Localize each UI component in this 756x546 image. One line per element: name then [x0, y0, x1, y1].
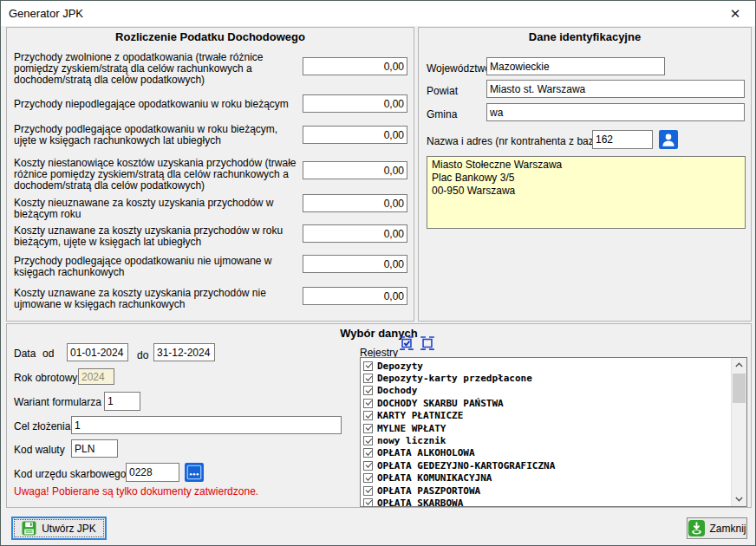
fiscal-year-label: Rok obrotowy: [14, 372, 77, 384]
currency-input[interactable]: [71, 439, 118, 458]
tax-amount-input[interactable]: [303, 94, 407, 113]
register-item[interactable]: Depozyty: [361, 360, 746, 372]
tax-office-browse-button[interactable]: [185, 463, 204, 482]
register-label: DOCHODY SKARBU PAŃSTWA: [377, 398, 504, 409]
tax-office-label: Kod urzędu skarbowego: [14, 468, 126, 480]
tax-amount-input[interactable]: [303, 287, 407, 305]
county-input[interactable]: [486, 80, 745, 98]
deselect-all-registers-icon[interactable]: [420, 335, 435, 351]
commune-input[interactable]: [486, 103, 745, 121]
registers-listbox[interactable]: DepozytyDepozyty-karty przedpłaconeDocho…: [360, 357, 747, 507]
save-floppy-icon: [22, 521, 36, 536]
close-icon[interactable]: ✕: [715, 1, 755, 26]
register-item[interactable]: nowy licznik: [361, 434, 746, 446]
identity-panel: Dane identyfikacyjne Województwo Powiat …: [418, 27, 752, 322]
form-variant-input[interactable]: [104, 392, 140, 411]
contractor-label: Nazwa i adres (nr kontrahenta z bazy):: [427, 135, 605, 147]
close-dialog-button[interactable]: Zamknij: [687, 517, 747, 539]
selection-panel-title: Wybór danych: [7, 327, 751, 340]
tax-amount-input[interactable]: [303, 224, 407, 243]
register-checkbox[interactable]: [363, 399, 373, 408]
register-label: OPŁATA PASZPORTOWA: [377, 485, 480, 497]
register-label: OPŁATA KOMUNIKACYJNA: [377, 472, 492, 484]
create-jpk-button[interactable]: Utwórz JPK: [11, 517, 107, 540]
register-checkbox[interactable]: [363, 461, 373, 471]
warning-text: Uwaga! Pobierane są tylko dokumenty zatw…: [14, 485, 258, 497]
register-checkbox[interactable]: [363, 411, 373, 420]
purpose-label: Cel złożenia: [14, 420, 70, 432]
register-label: OPŁATA GEDEZYJNO-KARTOGRAFICZNA: [377, 460, 555, 471]
tax-row-label: Przychody niepodlegające opodatkowaniu w…: [14, 99, 302, 110]
register-checkbox[interactable]: [363, 448, 373, 458]
register-label: MYLNE WPŁATY: [377, 423, 446, 434]
currency-label: Kod waluty: [14, 444, 65, 456]
scrollbar-up-icon[interactable]: [732, 358, 746, 372]
register-checkbox[interactable]: [363, 498, 373, 507]
contractor-picker-button[interactable]: [659, 130, 678, 149]
tax-amount-input[interactable]: [303, 57, 407, 75]
register-item[interactable]: Dochody: [361, 385, 746, 397]
scrollbar-down-icon[interactable]: [732, 492, 746, 506]
person-icon: [659, 130, 678, 149]
tax-row-label: Koszty uznawane za koszty uzyskania przy…: [14, 225, 302, 248]
select-all-registers-icon[interactable]: [399, 335, 414, 351]
tax-office-input[interactable]: [126, 463, 179, 482]
scrollbar-thumb[interactable]: [733, 374, 746, 403]
register-item[interactable]: DOCHODY SKARBU PAŃSTWA: [361, 397, 746, 409]
tax-amount-input[interactable]: [303, 161, 407, 179]
fiscal-year-input: [78, 368, 114, 385]
generator-jpk-dialog: Generator JPK ✕ Rozliczenie Podatku Doch…: [0, 0, 756, 546]
browse-ellipsis-icon: [185, 463, 204, 482]
data-selection-panel: Wybór danych Data od do Rok obrotowy War…: [6, 323, 752, 508]
window-title: Generator JPK: [1, 7, 83, 20]
tax-settlement-panel: Rozliczenie Podatku Dochodowego Przychod…: [6, 27, 414, 322]
register-checkbox[interactable]: [363, 473, 373, 483]
register-item[interactable]: OPŁATA SKARBOWA: [361, 497, 746, 507]
register-label: OPŁATA ALKOHOLOWA: [377, 447, 475, 458]
tax-row-label: Przychody podlegające opodatkowaniu w ro…: [14, 124, 302, 146]
purpose-input[interactable]: [71, 416, 342, 434]
register-item[interactable]: Depozyty-karty przedpłacone: [361, 372, 746, 384]
create-jpk-label: Utwórz JPK: [42, 523, 96, 535]
tax-row-label: Przychody podlegające opodatkowaniu nie …: [14, 256, 302, 278]
tax-panel-title: Rozliczenie Podatku Dochodowego: [7, 30, 414, 43]
register-label: Dochody: [377, 385, 417, 396]
register-checkbox[interactable]: [363, 361, 373, 371]
register-item[interactable]: KARTY PŁATNICZE: [361, 410, 746, 422]
exit-icon: [688, 520, 705, 536]
form-variant-label: Wariant formularza: [14, 396, 101, 408]
register-label: nowy licznik: [377, 435, 446, 446]
titlebar: Generator JPK ✕: [1, 1, 755, 26]
close-dialog-label: Zamknij: [710, 523, 746, 535]
contractor-address-memo: Miasto Stołeczne Warszawa Plac Bankowy 3…: [427, 156, 746, 229]
date-to-label: do: [137, 349, 148, 361]
register-item[interactable]: MYLNE WPŁATY: [361, 422, 746, 434]
date-to-input[interactable]: [153, 343, 215, 361]
tax-amount-input[interactable]: [303, 194, 407, 212]
register-item[interactable]: OPŁATA GEDEZYJNO-KARTOGRAFICZNA: [361, 459, 746, 471]
tax-amount-input[interactable]: [303, 126, 407, 144]
register-checkbox[interactable]: [363, 436, 373, 445]
register-label: KARTY PŁATNICZE: [377, 410, 463, 421]
register-label: OPŁATA SKARBOWA: [377, 497, 463, 507]
register-item[interactable]: OPŁATA KOMUNIKACYJNA: [361, 472, 746, 484]
registers-rows: DepozytyDepozyty-karty przedpłaconeDocho…: [361, 360, 746, 507]
tax-amount-input[interactable]: [303, 255, 407, 273]
register-label: Depozyty-karty przedpłacone: [377, 373, 532, 384]
date-from-label: od: [42, 348, 54, 360]
registers-scrollbar[interactable]: [731, 358, 746, 506]
register-label: Depozyty: [377, 361, 423, 372]
identity-panel-title: Dane identyfikacyjne: [419, 30, 751, 43]
contractor-number-input[interactable]: [592, 130, 653, 149]
voivodeship-label: Województwo: [427, 62, 491, 75]
register-item[interactable]: OPŁATA ALKOHOLOWA: [361, 447, 746, 459]
voivodeship-input[interactable]: [486, 57, 665, 75]
register-checkbox[interactable]: [363, 424, 373, 433]
register-checkbox[interactable]: [363, 374, 373, 383]
register-item[interactable]: OPŁATA PASZPORTOWA: [361, 484, 746, 497]
register-checkbox[interactable]: [363, 386, 373, 395]
tax-row-label: Koszty niestanowiące kosztów uzyskania p…: [14, 158, 302, 192]
register-checkbox[interactable]: [363, 486, 373, 496]
commune-label: Gmina: [427, 108, 457, 120]
date-from-input[interactable]: [67, 343, 128, 361]
